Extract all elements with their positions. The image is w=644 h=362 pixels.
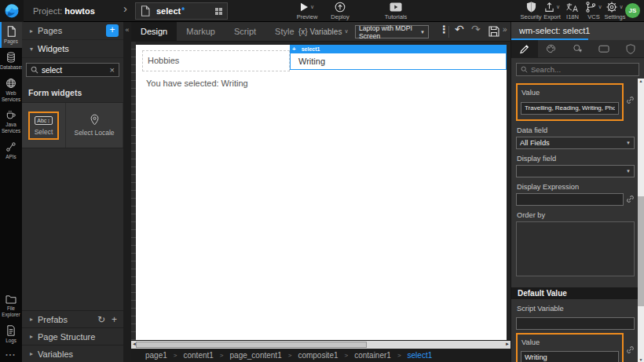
select-widget-value[interactable]: Writing — [290, 53, 507, 70]
dropdown-arrow-icon: ▼ — [420, 30, 425, 35]
tab-events[interactable] — [565, 40, 591, 57]
data-field-label: Data field — [517, 126, 635, 134]
user-avatar[interactable]: JS — [625, 3, 640, 18]
tab-security[interactable] — [617, 40, 644, 57]
widget-selection-header[interactable]: + select1 — [290, 45, 507, 53]
clear-search-icon[interactable]: × — [110, 65, 115, 75]
properties-search-input[interactable] — [531, 65, 635, 74]
section-variables[interactable]: ▸ Variables — [22, 345, 123, 362]
breadcrumb-page1[interactable]: page1 — [145, 351, 167, 360]
section-page-structure[interactable]: ▸ Page Structure — [22, 327, 123, 345]
add-prefab-icon[interactable]: + — [112, 314, 117, 325]
tab-devices[interactable] — [591, 40, 617, 57]
section-widgets[interactable]: ▾ Widgets — [22, 40, 123, 58]
redo-button[interactable]: ↷ — [471, 23, 481, 35]
scroll-right-icon[interactable]: ► — [505, 342, 510, 346]
undo-button[interactable]: ↶ — [455, 23, 464, 35]
section-pages[interactable]: ▸ Pages + — [22, 22, 123, 40]
tab-styles[interactable] — [538, 40, 565, 57]
hobbies-label-widget[interactable]: Hobbies — [142, 50, 290, 71]
scroll-up-icon[interactable]: ▲ — [638, 79, 644, 83]
sidebar-item-apis[interactable]: APIs — [0, 137, 22, 163]
default-value-highlight: Value — [516, 333, 624, 362]
breadcrumb-container1[interactable]: container1 — [354, 351, 391, 360]
breadcrumb-composite1[interactable]: composite1 — [298, 351, 338, 360]
git-branch-icon — [585, 2, 596, 13]
scroll-down-icon[interactable]: ▼ — [638, 357, 644, 362]
breadcrumb-content1[interactable]: content1 — [183, 351, 213, 360]
sidebar-item-logs[interactable]: Logs — [0, 321, 22, 347]
value-field-input[interactable] — [521, 102, 619, 115]
chevron-down-icon: ∨ — [310, 4, 314, 10]
more-options-icon[interactable]: ••• — [0, 347, 22, 362]
bind-link-icon[interactable] — [626, 346, 635, 354]
tab-markup[interactable]: Markup — [177, 22, 225, 42]
display-expression-input[interactable] — [516, 193, 624, 206]
properties-scroll-area: Value Data field All Fields ▼ Display fi… — [511, 79, 638, 362]
properties-panel: wm-select: select1 — [510, 22, 644, 362]
data-field-select[interactable]: All Fields ▼ — [516, 137, 635, 149]
widget-cards: Abc↕ Select Select Locale — [22, 102, 123, 148]
deploy-button[interactable]: Deploy — [322, 2, 358, 20]
default-value-input[interactable] — [521, 351, 619, 362]
order-by-input[interactable] — [516, 221, 635, 276]
tab-properties[interactable] — [511, 40, 538, 57]
breadcrumb-page-content1[interactable]: page_content1 — [230, 351, 282, 360]
tutorials-button[interactable]: Tutorials — [378, 2, 414, 20]
tab-script[interactable]: Script — [225, 22, 265, 42]
bind-link-icon[interactable] — [626, 195, 635, 203]
tab-design[interactable]: Design — [131, 22, 177, 42]
explorer-panel: ▸ Pages + ▾ Widgets × Form widgets Abc↕ … — [22, 22, 123, 362]
wavemaker-logo[interactable] — [0, 0, 24, 22]
coffee-cup-icon — [5, 109, 16, 120]
bind-link-icon[interactable] — [626, 96, 635, 104]
breadcrumb-sep: > — [288, 352, 292, 359]
variables-dropdown[interactable]: {x} Variables ∨ — [298, 27, 349, 36]
widget-card-select[interactable]: Abc↕ Select — [22, 103, 66, 148]
section-prefabs[interactable]: ▸ Prefabs ↻ + — [22, 310, 123, 327]
sidebar-item-databases[interactable]: Databases — [0, 48, 22, 74]
widget-card-select-locale[interactable]: Select Locale — [66, 103, 123, 148]
display-field-select[interactable]: ▼ — [516, 165, 635, 177]
canvas-overflow-menu[interactable]: ⋮ — [439, 24, 448, 35]
artboard[interactable]: Hobbies + select1 Writing You have selec… — [136, 45, 507, 340]
video-icon — [390, 2, 402, 12]
section-default-value[interactable]: Default Value — [511, 287, 638, 299]
wavemaker-studio: Project: howtos › select* ∨ Preview D — [0, 0, 644, 362]
vertical-scroll-thumb[interactable] — [638, 196, 644, 306]
sidebar-item-web-services[interactable]: Web Services — [0, 74, 22, 106]
widget-search[interactable]: × — [26, 63, 119, 77]
move-handle-icon[interactable]: + — [292, 46, 296, 53]
add-page-button[interactable]: + — [106, 24, 119, 37]
log-file-icon — [6, 325, 16, 336]
preview-button[interactable]: ∨ Preview — [289, 2, 325, 20]
breadcrumb-chevron-icon: › — [123, 2, 127, 15]
triangle-down-icon: ▾ — [30, 46, 38, 53]
chevron-down-icon: ∨ — [344, 28, 348, 35]
properties-search[interactable] — [516, 63, 639, 76]
sidebar-item-java-services[interactable]: Java Services — [0, 105, 22, 137]
horizontal-scroll-thumb[interactable] — [136, 342, 367, 348]
breadcrumb-sep: > — [174, 352, 177, 359]
refresh-prefabs-icon[interactable]: ↻ — [97, 314, 105, 325]
breadcrumb-select1[interactable]: select1 — [408, 351, 433, 360]
active-tab-underline — [511, 38, 588, 40]
sidebar-item-file-explorer[interactable]: File Explorer — [0, 291, 22, 321]
device-selector[interactable]: Laptop with MDPI Screen ▼ — [355, 25, 429, 38]
vertical-scrollbar[interactable]: ▲ ▼ — [638, 79, 644, 362]
properties-header: wm-select: select1 — [511, 22, 644, 40]
save-button[interactable] — [488, 26, 499, 37]
triangle-right-icon: ▸ — [30, 27, 38, 35]
value-field-label: Value — [521, 89, 619, 97]
expand-right-panel-button[interactable]: » — [503, 25, 507, 34]
dashboard-grid-icon[interactable] — [215, 8, 222, 15]
select1-widget[interactable]: + select1 Writing — [290, 45, 507, 70]
sidebar-item-pages[interactable]: Pages — [0, 22, 22, 48]
open-page-tab[interactable]: select* — [135, 2, 228, 20]
collapse-left-panel-button[interactable]: « — [123, 26, 131, 34]
widget-search-input[interactable] — [42, 66, 110, 75]
value-field-highlight: Value — [516, 83, 624, 121]
toolbar-divider — [448, 26, 449, 38]
horizontal-scrollbar[interactable]: ◄ ► — [131, 340, 510, 349]
script-variable-input[interactable] — [516, 317, 635, 330]
